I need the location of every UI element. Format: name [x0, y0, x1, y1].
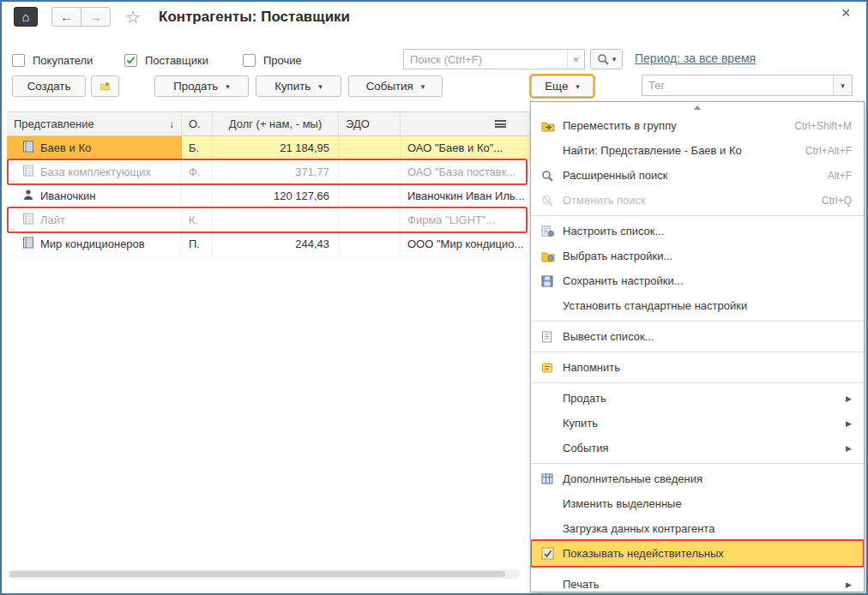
more-button[interactable]: Еще▾: [531, 75, 594, 97]
search-clear-button[interactable]: ×: [567, 50, 584, 69]
page-title: Контрагенты: Поставщики: [159, 9, 350, 26]
menu-item[interactable]: Настроить список...: [531, 219, 864, 243]
buy-button[interactable]: Купить▾: [256, 75, 341, 97]
table-cell[interactable]: 244,43: [213, 232, 339, 255]
tag-dropdown-button[interactable]: ▾: [833, 75, 852, 95]
menu-item[interactable]: Найти: Представление - Баев и КоCtrl+Alt…: [531, 138, 864, 163]
menu-item[interactable]: События▶: [531, 436, 864, 460]
menu-item-label: Изменить выделенные: [563, 497, 682, 510]
table-cell[interactable]: [339, 184, 401, 207]
table-cell[interactable]: Ф.: [182, 160, 213, 183]
menu-scroll-up[interactable]: [531, 102, 864, 113]
menu-separator: [531, 382, 864, 383]
forward-button[interactable]: →: [81, 7, 111, 27]
menu-item-label: Загрузка данных контрагента: [563, 522, 714, 535]
checkbox-unchecked[interactable]: [12, 54, 25, 67]
events-button[interactable]: События▾: [348, 75, 443, 97]
table-cell[interactable]: К.: [182, 208, 213, 231]
table-cell[interactable]: Мир кондиционеров: [7, 232, 182, 255]
forward-arrow-icon: →: [89, 9, 102, 24]
menu-item-label: Продать: [563, 392, 606, 405]
table-cell[interactable]: Б.: [182, 136, 213, 159]
menu-item[interactable]: Установить стандартные настройки: [531, 293, 864, 318]
table-cell[interactable]: [339, 232, 401, 255]
create-button[interactable]: Создать: [12, 75, 86, 97]
menu-item[interactable]: Вывести список...: [531, 324, 864, 349]
chevron-down-icon: ▾: [226, 82, 230, 91]
table-cell[interactable]: Баев и Ко: [7, 136, 182, 159]
tag-input[interactable]: [642, 75, 833, 95]
menu-item[interactable]: Купить▶: [531, 411, 864, 436]
filter-3[interactable]: Прочие: [243, 51, 302, 69]
table-cell[interactable]: [339, 160, 401, 183]
scrollbar-thumb[interactable]: [9, 571, 505, 577]
table-blue-icon: [541, 473, 563, 484]
chevron-down-icon: ▾: [421, 82, 425, 91]
menu-item-label: Расширенный поиск: [563, 169, 667, 182]
search-button[interactable]: ▾: [590, 49, 623, 69]
org-icon: [22, 213, 34, 227]
row-name: Мир кондиционеров: [40, 237, 145, 250]
filter-1[interactable]: Покупатели: [12, 51, 93, 69]
menu-separator: [531, 215, 864, 216]
menu-item[interactable]: Продать▶: [531, 386, 864, 411]
menu-item[interactable]: Отменить поискCtrl+Q: [531, 188, 864, 213]
menu-item[interactable]: Напомнить: [531, 355, 864, 380]
favorite-star-icon[interactable]: ☆: [125, 7, 141, 27]
table-cell[interactable]: База комплектующих: [7, 160, 182, 183]
table-cell[interactable]: 371,77: [213, 160, 339, 183]
menu-item[interactable]: Загрузка данных контрагента: [531, 516, 864, 541]
menu-item[interactable]: Изменить выделенные: [531, 491, 864, 516]
menu-separator: [531, 321, 864, 322]
tag-combo[interactable]: ▾: [642, 75, 853, 96]
menu-item[interactable]: Расширенный поискAlt+F: [531, 163, 864, 188]
chevron-down-icon: ▾: [576, 82, 580, 91]
home-button[interactable]: ⌂: [14, 7, 38, 27]
check-icon: [541, 547, 563, 560]
period-link[interactable]: Период: за все время: [635, 51, 756, 65]
table-cell[interactable]: Лайт: [7, 208, 182, 231]
search-input[interactable]: [404, 50, 567, 69]
table-cell[interactable]: П.: [182, 232, 213, 255]
menu-item-label: Выбрать настройки...: [563, 249, 672, 262]
menu-item-label: Вывести список...: [563, 330, 654, 343]
menu-item[interactable]: Дополнительные сведения: [531, 466, 864, 491]
table-cell[interactable]: [182, 184, 213, 207]
checkbox-checked[interactable]: [124, 54, 137, 67]
row-info: ООО "Мир кондицио...: [407, 237, 523, 250]
chevron-down-icon: ▾: [318, 82, 322, 91]
row-debt: 120 127,66: [274, 189, 329, 202]
column-header-edo[interactable]: ЭДО: [339, 112, 401, 135]
column-header-o[interactable]: О.: [182, 112, 213, 135]
menu-shortcut: Ctrl+Shift+M: [794, 120, 852, 132]
menu-item[interactable]: Сохранить настройки...: [531, 268, 864, 293]
search-box[interactable]: ×: [403, 49, 585, 69]
column-header-debt[interactable]: Долг (+ нам, - мы): [213, 112, 339, 135]
folder-move-icon: [541, 120, 563, 132]
sell-button[interactable]: Продать▾: [154, 75, 249, 97]
table-cell[interactable]: 21 184,95: [213, 136, 339, 159]
menu-item[interactable]: Выбрать настройки...: [531, 243, 864, 268]
menu-shortcut: Ctrl+Q: [822, 195, 852, 207]
person-icon: [22, 189, 34, 203]
table-cell[interactable]: [339, 136, 401, 159]
create-group-button[interactable]: [91, 75, 119, 97]
table-cell[interactable]: [213, 208, 339, 231]
magnifier-icon: [597, 53, 609, 65]
checkbox-unchecked[interactable]: [243, 54, 256, 67]
filter-label: Покупатели: [33, 54, 93, 67]
filter-2[interactable]: Поставщики: [124, 51, 208, 69]
table-cell[interactable]: Иваночкин: [7, 184, 182, 207]
back-button[interactable]: ←: [51, 7, 81, 27]
column-header-name[interactable]: Представление ↓: [7, 112, 182, 135]
menu-item[interactable]: Переместить в группуCtrl+Shift+M: [531, 113, 864, 138]
horizontal-scrollbar[interactable]: [8, 569, 520, 579]
table-cell[interactable]: 120 127,66: [213, 184, 339, 207]
menu-item[interactable]: Показывать недействительных: [531, 541, 864, 566]
close-button[interactable]: ×: [841, 4, 851, 22]
table-cell[interactable]: [339, 208, 401, 231]
home-icon: ⌂: [21, 9, 29, 24]
menu-item[interactable]: Печать▶: [531, 572, 864, 592]
menu-item-label: Переместить в группу: [563, 119, 677, 132]
burger-icon: [495, 120, 506, 128]
